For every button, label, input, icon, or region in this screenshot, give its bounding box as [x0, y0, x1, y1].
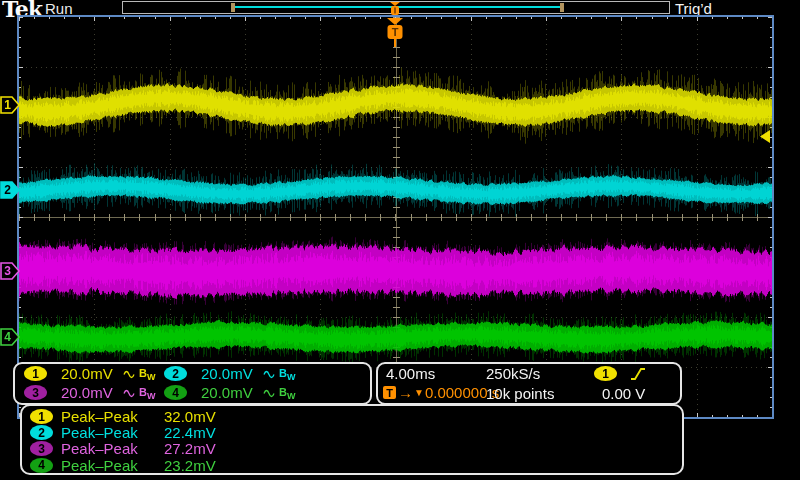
trigger-level-value[interactable]: 0.00 V — [602, 385, 645, 402]
svg-text:2: 2 — [4, 183, 11, 197]
measurement-name: Peak–Peak — [61, 440, 138, 457]
measurement-name: Peak–Peak — [61, 457, 138, 474]
channel-1-badge[interactable]: 1 — [24, 366, 47, 381]
channel-readout-row-2: 3 20.0mV B W 4 20.0mV B W — [15, 384, 370, 403]
record-length: 10k points — [486, 385, 554, 402]
measurement-ch2-badge[interactable]: 2 — [30, 425, 53, 440]
sine-coupling-icon — [263, 389, 276, 398]
bandwidth-limit-sub: W — [147, 392, 156, 401]
channel-4-scale[interactable]: 20.0mV — [201, 384, 253, 401]
channel-1-coupling-bandwidth-icon: B W — [123, 366, 155, 382]
trigger-position-bar-icon[interactable] — [389, 1, 401, 16]
channel-3-badge[interactable]: 3 — [24, 385, 47, 400]
bandwidth-limit-icon: B — [279, 387, 287, 398]
channel-2-position-marker[interactable]: 2 — [0, 180, 20, 200]
sine-coupling-icon — [123, 370, 136, 379]
timebase-scale[interactable]: 4.00ms — [386, 365, 435, 382]
trigger-delay-group[interactable]: T → ▼ 0.000000 s — [383, 384, 499, 401]
measurement-row: 1 Peak–Peak 32.0mV — [22, 409, 682, 425]
channel-4-coupling-bandwidth-icon: B W — [263, 385, 295, 401]
channel-3-position-marker[interactable]: 3 — [0, 261, 20, 281]
svg-text:1: 1 — [4, 98, 11, 112]
oscilloscope-screen: Tek Run Trig’d T 1 20.0mV B W 2 20.0mV — [0, 0, 800, 480]
trigger-position-flag[interactable]: T — [386, 18, 405, 48]
channel-2-scale[interactable]: 20.0mV — [201, 365, 253, 382]
bandwidth-limit-icon: B — [139, 368, 147, 379]
trigger-slope-rising-icon[interactable] — [630, 366, 646, 386]
channel-2-badge[interactable]: 2 — [164, 366, 187, 381]
sample-rate: 250kS/s — [486, 365, 540, 382]
bandwidth-limit-icon: B — [139, 387, 147, 398]
channel-4-badge[interactable]: 4 — [164, 385, 187, 400]
trigger-t-icon: T — [383, 386, 396, 399]
channel-1-scale[interactable]: 20.0mV — [61, 365, 113, 382]
sine-coupling-icon — [263, 370, 276, 379]
measurement-ch1-badge[interactable]: 1 — [30, 409, 53, 424]
channel-3-scale[interactable]: 20.0mV — [61, 384, 113, 401]
channel-2-coupling-bandwidth-icon: B W — [263, 366, 295, 382]
svg-text:T: T — [392, 26, 399, 38]
bandwidth-limit-sub: W — [287, 373, 296, 382]
waveform-display-graticule — [17, 15, 774, 419]
svg-text:3: 3 — [4, 264, 11, 278]
measurement-name: Peak–Peak — [61, 424, 138, 441]
trigger-level-marker[interactable] — [760, 129, 771, 142]
measurement-row: 2 Peak–Peak 22.4mV — [22, 425, 682, 441]
channel-scale-readout: 1 20.0mV B W 2 20.0mV B W 3 20.0mV B W — [13, 362, 372, 405]
trigger-source-badge[interactable]: 1 — [594, 366, 617, 381]
measurement-row: 3 Peak–Peak 27.2mV — [22, 441, 682, 457]
measurement-name: Peak–Peak — [61, 408, 138, 425]
bandwidth-limit-icon: B — [279, 368, 287, 379]
horizontal-trigger-readout: 4.00ms 250kS/s 1 T → ▼ 0.000000 s 10k po… — [376, 362, 682, 405]
horizontal-row-2: T → ▼ 0.000000 s 10k points 0.00 V — [378, 384, 680, 403]
horizontal-row-1: 4.00ms 250kS/s 1 — [378, 365, 680, 384]
measurement-ch3-badge[interactable]: 3 — [30, 441, 53, 456]
bandwidth-limit-sub: W — [147, 373, 156, 382]
measurement-value: 27.2mV — [164, 440, 216, 457]
measurement-value: 22.4mV — [164, 424, 216, 441]
measurement-ch4-badge[interactable]: 4 — [30, 458, 53, 473]
down-triangle-icon: ▼ — [414, 387, 424, 398]
window-end-bracket — [560, 3, 564, 12]
channel-4-position-marker[interactable]: 4 — [0, 327, 20, 347]
measurement-value: 32.0mV — [164, 408, 216, 425]
channel-3-coupling-bandwidth-icon: B W — [123, 385, 155, 401]
channel-1-position-marker[interactable]: 1 — [0, 95, 20, 115]
measurement-readout-box: 1 Peak–Peak 32.0mV 2 Peak–Peak 22.4mV 3 … — [20, 404, 684, 475]
channel-readout-row-1: 1 20.0mV B W 2 20.0mV B W — [15, 365, 370, 384]
sine-coupling-icon — [123, 389, 136, 398]
measurement-value: 23.2mV — [164, 457, 216, 474]
bandwidth-limit-sub: W — [287, 392, 296, 401]
arrow-right-icon: → — [398, 384, 413, 401]
measurement-row: 4 Peak–Peak 23.2mV — [22, 458, 682, 474]
waveform-canvas — [19, 17, 772, 417]
window-start-bracket — [231, 3, 235, 12]
svg-text:4: 4 — [4, 330, 11, 344]
